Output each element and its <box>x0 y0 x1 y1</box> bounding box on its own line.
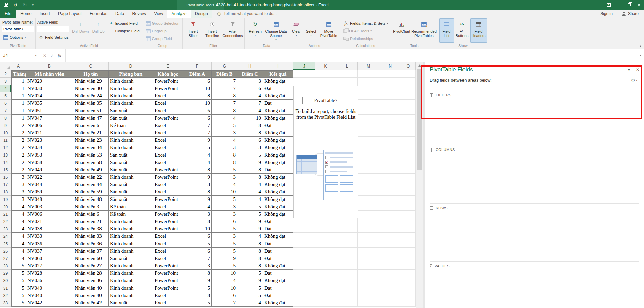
plus-minus-buttons-button[interactable]: +/- +/- Buttons <box>454 18 470 43</box>
cell[interactable]: NV006 <box>26 211 73 218</box>
cell[interactable] <box>358 151 379 159</box>
cell[interactable]: Sản xuất <box>109 188 153 196</box>
cell[interactable] <box>336 78 358 85</box>
cell[interactable]: 4 <box>212 277 237 284</box>
cell[interactable]: Nhân viên 40 <box>73 292 109 299</box>
cell[interactable] <box>358 174 379 181</box>
cell[interactable]: PowerPoint <box>153 270 183 277</box>
cell[interactable]: Nhân viên 49 <box>73 166 109 174</box>
cell[interactable]: 4 <box>212 137 237 144</box>
cell[interactable]: 5 <box>183 299 212 307</box>
cell[interactable]: Điểm B <box>212 70 237 78</box>
cell[interactable]: NV021 <box>26 218 73 225</box>
cell[interactable]: Không đạt <box>263 211 293 218</box>
cell[interactable]: Kinh doanh <box>109 78 153 85</box>
tools-gear-icon[interactable]: ⚙ ▾ <box>629 77 639 83</box>
collapse-ribbon-icon[interactable]: ▴ <box>640 44 641 48</box>
cell[interactable]: Không đạt <box>263 115 293 122</box>
cell[interactable]: 8 <box>212 107 237 115</box>
cell[interactable]: 10 <box>212 284 237 292</box>
cell[interactable]: Không đạt <box>263 144 293 151</box>
cell[interactable]: PowerPoint <box>153 211 183 218</box>
cell[interactable]: 8 <box>237 255 263 262</box>
cell[interactable]: 8 <box>237 174 263 181</box>
cell[interactable] <box>379 292 401 299</box>
cell[interactable]: Kế toán <box>109 203 153 211</box>
cell[interactable]: Nhân viên 28 <box>73 270 109 277</box>
cell[interactable] <box>293 299 315 307</box>
column-header-M[interactable]: M <box>358 62 379 70</box>
cell[interactable]: 9 <box>183 277 212 284</box>
cell[interactable]: 1 <box>11 85 26 92</box>
cell[interactable]: 4 <box>11 248 26 255</box>
cell[interactable] <box>293 262 315 270</box>
cell[interactable] <box>358 122 379 129</box>
cell[interactable] <box>401 188 416 196</box>
row-header-24[interactable]: 24 <box>0 233 11 240</box>
cell[interactable] <box>379 151 401 159</box>
cell[interactable] <box>401 137 416 144</box>
cell[interactable] <box>401 255 416 262</box>
cell[interactable] <box>358 284 379 292</box>
cell[interactable] <box>358 277 379 284</box>
cell[interactable]: NV047 <box>26 115 73 122</box>
cell[interactable]: Excel <box>153 248 183 255</box>
cell[interactable]: Sản xuất <box>109 299 153 307</box>
row-header-7[interactable]: 7 <box>0 107 11 115</box>
cell[interactable]: 6 <box>237 85 263 92</box>
cell[interactable]: Kinh doanh <box>109 240 153 248</box>
cell[interactable]: 9 <box>212 255 237 262</box>
scroll-up-icon[interactable] <box>418 64 421 67</box>
cell[interactable]: Đạt <box>263 284 293 292</box>
cell[interactable]: Nhân viên 36 <box>73 277 109 284</box>
cell[interactable]: NV037 <box>26 248 73 255</box>
cell[interactable]: Excel <box>153 181 183 188</box>
cell[interactable]: 8 <box>183 292 212 299</box>
cell[interactable]: NV006 <box>26 122 73 129</box>
cell[interactable]: Sản xuất <box>109 159 153 166</box>
cell[interactable] <box>379 137 401 144</box>
cell[interactable] <box>379 166 401 174</box>
cell[interactable]: 7 <box>212 299 237 307</box>
cell[interactable]: 4 <box>183 203 212 211</box>
clear-button[interactable]: Clear▾ <box>289 18 304 43</box>
cell[interactable] <box>293 248 315 255</box>
cell[interactable]: Không đạt <box>263 181 293 188</box>
cell[interactable] <box>315 292 336 299</box>
cell[interactable] <box>336 270 358 277</box>
cell[interactable]: 3 <box>11 181 26 188</box>
recommended-pivottables-button[interactable]: Recommended PivotTables <box>411 18 437 43</box>
row-header-5[interactable]: 5 <box>0 92 11 100</box>
cell[interactable]: Excel <box>153 100 183 107</box>
cell[interactable]: 2 <box>11 151 26 159</box>
field-list-button[interactable]: Field List <box>439 18 454 43</box>
row-header-31[interactable]: 31 <box>0 284 11 292</box>
cell[interactable]: Kinh doanh <box>109 144 153 151</box>
cell[interactable]: 8 <box>183 188 212 196</box>
cell[interactable]: Sản xuất <box>109 107 153 115</box>
cell[interactable]: Kinh doanh <box>109 100 153 107</box>
drop-area-columns[interactable] <box>430 154 639 203</box>
row-header-20[interactable]: 20 <box>0 203 11 211</box>
cell[interactable] <box>401 270 416 277</box>
cell[interactable]: Kinh doanh <box>109 270 153 277</box>
row-header-11[interactable]: 11 <box>0 137 11 144</box>
row-header-4[interactable]: 4 <box>0 85 11 92</box>
cell[interactable]: NV042 <box>26 299 73 307</box>
cell[interactable] <box>401 181 416 188</box>
cell[interactable]: 4 <box>11 211 26 218</box>
cell[interactable] <box>379 255 401 262</box>
cell[interactable]: 8 <box>237 129 263 137</box>
row-header-8[interactable]: 8 <box>0 115 11 122</box>
cell[interactable]: Sản xuất <box>109 115 153 122</box>
cell[interactable]: Kinh doanh <box>109 92 153 100</box>
cell[interactable] <box>401 107 416 115</box>
cell[interactable]: Không đạt <box>263 151 293 159</box>
cell[interactable] <box>401 85 416 92</box>
cell[interactable]: 1 <box>11 78 26 85</box>
cell[interactable]: Kinh doanh <box>109 218 153 225</box>
cell[interactable]: 3 <box>11 188 26 196</box>
cell[interactable] <box>379 248 401 255</box>
cell[interactable]: Không đạt <box>263 262 293 270</box>
row-header-29[interactable]: 29 <box>0 270 11 277</box>
